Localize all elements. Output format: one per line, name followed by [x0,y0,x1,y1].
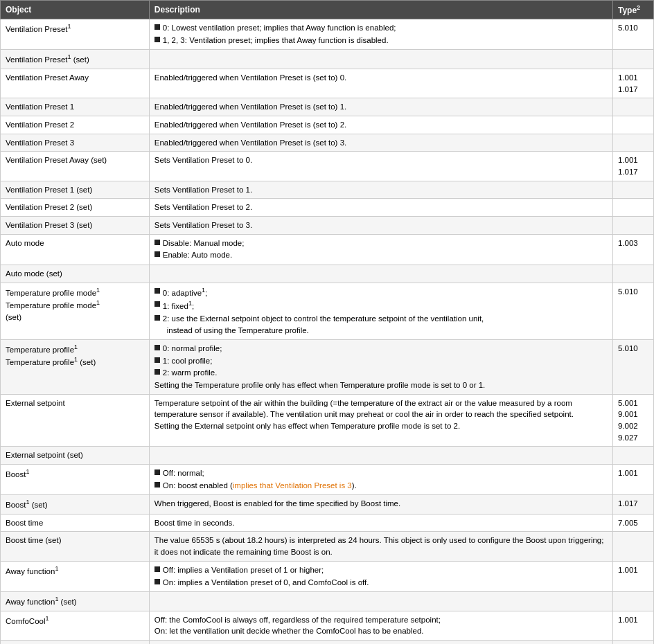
description-cell: The value 65535 s (about 18.2 hours) is … [149,532,612,561]
main-table: Object Description Type2 Ventilation Pre… [0,0,654,644]
object-cell: Boost1 [1,464,150,494]
object-cell: Boost time [1,514,150,532]
object-cell: Ventilation Preset Away [1,69,150,98]
type-cell: 5.010 [612,283,653,339]
type-cell [612,592,653,611]
type-cell [612,98,653,116]
description-cell: Temperature setpoint of the air within t… [149,394,612,447]
description-cell: Off: normal;On: boost enabled (implies t… [149,464,612,494]
description-cell: 0: normal profile;1: cool profile;2: war… [149,339,612,394]
object-cell: ComfoCool1 (set) [1,641,150,644]
type-cell [612,447,653,465]
type-cell: 1.017 [612,495,653,515]
object-cell: Auto mode [1,234,150,265]
description-cell: 0: Lowest ventilation preset; implies th… [149,19,612,50]
object-cell: Ventilation Preset Away (set) [1,152,150,181]
description-cell: Sets Ventilation Preset to 0. [149,152,612,181]
object-cell: Ventilation Preset 2 [1,116,150,134]
object-cell: Ventilation Preset 3 [1,134,150,152]
type-cell [612,532,653,561]
description-cell: Boost time in seconds. [149,514,612,532]
object-cell: External setpoint (set) [1,447,150,465]
object-cell: Ventilation Preset1 [1,19,150,50]
object-cell: Auto mode (set) [1,265,150,283]
description-cell: Sets Ventilation Preset to 2. [149,199,612,217]
object-cell: ComfoCool1 [1,611,150,640]
description-cell: Sets Ventilation Preset to 3. [149,216,612,234]
type-cell: 1.0011.017 [612,152,653,181]
type-cell: 1.001 [612,561,653,591]
object-cell: Away function1 (set) [1,592,150,611]
object-cell: Away function1 [1,561,150,591]
description-cell: Off: the ComfoCool is always off, regard… [149,611,612,640]
description-cell: Enabled/triggered when Ventilation Prese… [149,98,612,116]
description-cell: Disable: Manual mode;Enable: Auto mode. [149,234,612,265]
header-description: Description [149,1,612,19]
header-type: Type2 [612,1,653,19]
object-cell: Boost time (set) [1,532,150,561]
object-cell: Ventilation Preset1 (set) [1,50,150,69]
type-cell: 7.005 [612,514,653,532]
description-cell: 0: adaptive1;1: fixed1;2: use the Extern… [149,283,612,339]
description-cell [149,265,612,283]
type-cell: 1.003 [612,234,653,265]
description-cell [149,447,612,465]
type-cell: 1.001 [612,611,653,640]
object-cell: Temperature profile mode1Temperature pro… [1,283,150,339]
type-cell [612,199,653,217]
description-cell [149,592,612,611]
object-cell: Ventilation Preset 3 (set) [1,216,150,234]
object-cell: Ventilation Preset 1 (set) [1,181,150,199]
type-cell [612,116,653,134]
object-cell: Temperature profile1Temperature profile1… [1,339,150,394]
description-cell: Enabled/triggered when Ventilation Prese… [149,116,612,134]
description-cell [149,641,612,644]
object-cell: Boost1 (set) [1,495,150,515]
type-cell: 5.010 [612,19,653,50]
description-cell: When triggered, Boost is enabled for the… [149,495,612,515]
object-cell: Ventilation Preset 1 [1,98,150,116]
type-cell: 5.010 [612,339,653,394]
type-cell: 1.0011.017 [612,69,653,98]
type-cell [612,641,653,644]
type-cell [612,181,653,199]
description-cell: Enabled/triggered when Ventilation Prese… [149,69,612,98]
type-cell [612,216,653,234]
description-cell: Sets Ventilation Preset to 1. [149,181,612,199]
description-cell: Off: implies a Ventilation preset of 1 o… [149,561,612,591]
type-cell: 5.0019.0019.0029.027 [612,394,653,447]
object-cell: External setpoint [1,394,150,447]
description-cell [149,50,612,69]
header-object: Object [1,1,150,19]
type-cell [612,265,653,283]
type-cell [612,134,653,152]
description-cell: Enabled/triggered when Ventilation Prese… [149,134,612,152]
object-cell: Ventilation Preset 2 (set) [1,199,150,217]
type-cell: 1.001 [612,464,653,494]
type-cell [612,50,653,69]
